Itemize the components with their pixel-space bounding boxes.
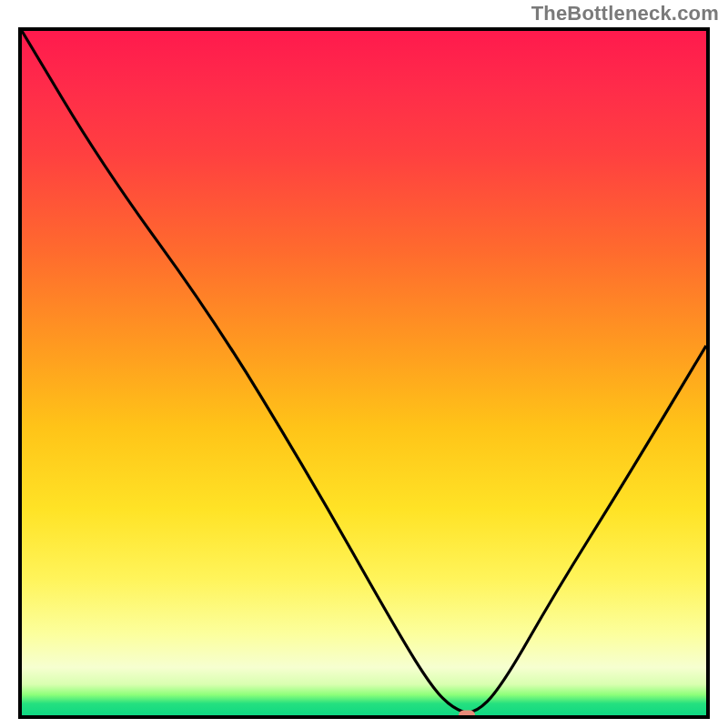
optimal-marker	[459, 711, 475, 720]
curve-svg	[22, 31, 706, 715]
bottleneck-curve-path	[22, 31, 706, 713]
attribution-label: TheBottleneck.com	[531, 2, 719, 25]
plot-area	[18, 27, 710, 719]
chart-container: TheBottleneck.com	[0, 0, 728, 728]
